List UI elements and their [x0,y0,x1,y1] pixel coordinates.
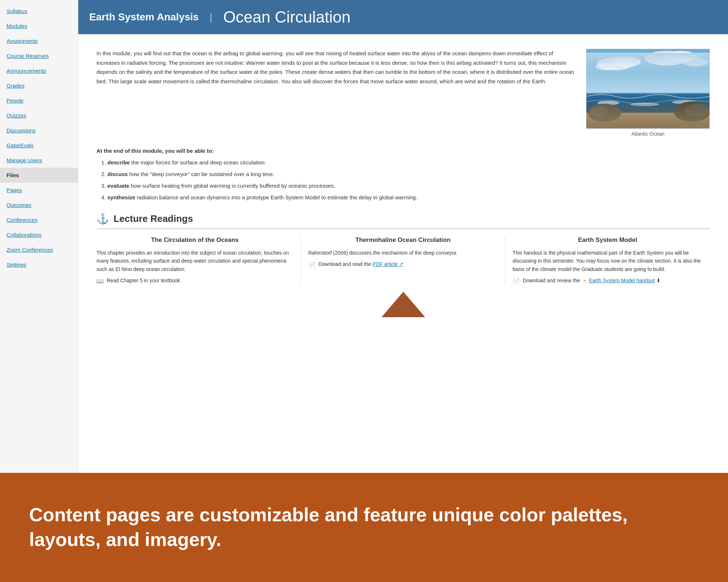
sidebar-item-discussions[interactable]: Discussions [0,123,78,138]
anchor-icon: ⚓ [96,213,109,225]
intro-section: In this module, you will find out that t… [96,49,710,137]
objectives-section: At the end of this module, you will be a… [96,148,710,202]
sidebar-item-pages[interactable]: Pages [0,183,78,198]
reading-text-2: Rahmstorf (2006) discusses the mechanism… [308,249,498,257]
reading-text-1: This chapter provides an introduction in… [96,249,293,273]
sidebar-item-people[interactable]: People [0,93,78,108]
objectives-title: At the end of this module, you will be a… [96,148,710,154]
footer-banner: Content pages are customizable and featu… [0,473,728,582]
svg-point-10 [672,100,697,104]
sidebar-item-outcomes[interactable]: Outcomes [0,198,78,212]
svg-point-8 [597,101,619,105]
reading-col-3: Earth System Model This handout is the p… [505,236,710,284]
ocean-image-container: Atlantic Ocean [586,49,710,137]
svg-point-3 [596,63,617,70]
course-header: Earth System Analysis | Ocean Circulatio… [78,0,728,34]
svg-point-12 [588,104,621,122]
reading-title-1: The Circulation of the Oceans [96,236,293,244]
lecture-readings-section: ⚓ Lecture Readings The Circulation of th… [96,213,710,317]
svg-rect-16 [586,93,710,94]
main-area: Syllabus Modules Assignments Course Rese… [0,0,728,473]
svg-rect-7 [586,93,710,115]
sidebar-item-grades[interactable]: Grades [0,78,78,93]
reading-col-1: The Circulation of the Oceans This chapt… [96,236,301,284]
reading-link-2: 📄 Download and read the PDF article ↗ [308,261,498,268]
earth-system-model-link[interactable]: Earth System Model handout [589,278,655,283]
sidebar-item-modules[interactable]: Modules [0,19,78,33]
section-header: ⚓ Lecture Readings [96,213,710,229]
content-area: In this module, you will find out that t… [78,34,728,473]
svg-point-6 [683,57,708,66]
handout-link-container: Download and review the 🔸 Earth System M… [523,278,660,283]
objective-item-2: discuss how the "deep conveyor" can be s… [107,170,710,179]
section-title: Lecture Readings [114,213,193,224]
pdf-link-container: Download and read the PDF article ↗ [318,261,404,267]
image-caption: Atlantic Ocean [586,131,710,137]
readings-grid: The Circulation of the Oceans This chapt… [96,236,710,284]
triangle-decoration [96,292,710,317]
intro-paragraph: In this module, you will find out that t… [96,49,575,137]
reading-text-3: This handout is the physical mathematica… [513,249,703,273]
objectives-list: describe the major forces for surface an… [96,158,710,202]
sidebar-item-course-reserves[interactable]: Course Reserves [0,48,78,63]
reading-title-3: Earth System Model [513,236,703,244]
sidebar-item-collaborations[interactable]: Collaborations [0,227,78,242]
svg-point-2 [612,57,641,67]
pdf-icon: 📄 [308,261,316,268]
header-divider: | [210,11,212,23]
handout-icon: 📄 [513,278,520,284]
course-title: Earth System Analysis [89,11,199,23]
reading-col-2: Thermohaline Ocean Circulation Rahmstorf… [301,236,506,284]
sidebar-item-files[interactable]: Files [0,168,78,183]
sidebar-item-zoom-conferences[interactable]: Zoom Conferences [0,242,78,257]
atlantic-ocean-image [586,49,710,129]
svg-rect-0 [586,49,710,96]
svg-point-14 [674,101,710,122]
textbook-link-text: Read Chapter 5 in your textbook [107,278,180,283]
svg-rect-11 [586,113,710,129]
sidebar-item-quizzes[interactable]: Quizzes [0,108,78,123]
objective-item-1: describe the major forces for surface an… [107,158,710,167]
sidebar-item-syllabus[interactable]: Syllabus [0,4,78,19]
reading-link-1: 📖 Read Chapter 5 in your textbook [96,278,293,284]
sidebar-item-assignments[interactable]: Assignments [0,33,78,48]
svg-point-15 [685,104,710,117]
svg-point-13 [590,106,608,117]
svg-point-4 [645,51,688,65]
sidebar-item-gator-evals[interactable]: GatorEvals [0,138,78,153]
pdf-article-link[interactable]: PDF article ↗ [372,261,403,267]
svg-point-1 [597,57,634,70]
page-wrapper: Syllabus Modules Assignments Course Rese… [0,0,728,582]
triangle-up [381,292,425,317]
reading-link-3: 📄 Download and review the 🔸 Earth System… [513,278,703,284]
sidebar-item-conferences[interactable]: Conferences [0,212,78,227]
svg-point-5 [665,51,697,62]
page-heading: Ocean Circulation [223,8,351,26]
reading-title-2: Thermohaline Ocean Circulation [308,236,498,244]
sidebar-item-settings[interactable]: Settings [0,257,78,272]
sidebar-item-announcements[interactable]: Announcements [0,63,78,78]
objective-item-3: evaluate how surface heating from global… [107,182,710,190]
sidebar: Syllabus Modules Assignments Course Rese… [0,0,78,473]
svg-point-9 [630,103,659,106]
objective-item-4: synthesize radiation balance and ocean d… [107,193,710,202]
textbook-icon: 📖 [96,278,104,284]
sidebar-item-manage-users[interactable]: Manage Users [0,153,78,168]
footer-text: Content pages are customizable and featu… [29,503,699,552]
